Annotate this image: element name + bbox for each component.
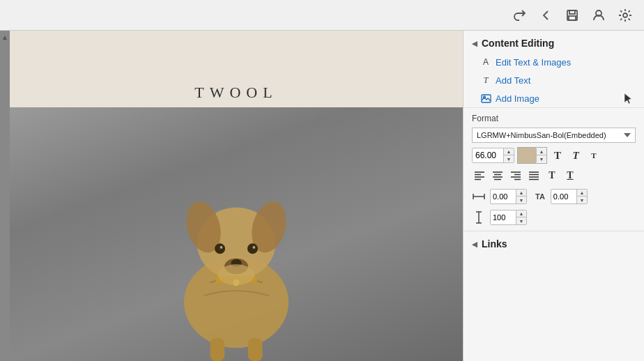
color-down-btn[interactable]: ▼	[537, 155, 546, 162]
back-icon[interactable]	[538, 8, 553, 23]
dog-image	[139, 152, 334, 361]
edit-text-icon: A	[480, 56, 491, 68]
text-style-btn-1[interactable]: T	[544, 168, 560, 183]
user-icon[interactable]	[591, 8, 606, 23]
edit-text-images-item[interactable]: A Edit Text & Images	[463, 53, 644, 71]
links-section: ◀ Links	[463, 231, 644, 256]
main-area: ▲ TWOOL odelling one of the eads and col…	[0, 31, 644, 361]
bold-button[interactable]: T	[550, 148, 565, 163]
line-spacing-row: ▲ ▼	[472, 210, 636, 225]
svg-point-13	[220, 246, 223, 249]
char-spacing-input-wrap: ▲ ▼	[490, 189, 527, 204]
alignment-row: T T	[472, 168, 636, 183]
scroll-up-arrow[interactable]: ▲	[1, 33, 8, 41]
add-text-item[interactable]: T Add Text	[463, 71, 644, 89]
text-style-btn-2[interactable]: T	[562, 168, 578, 183]
font-size-down-btn[interactable]: ▼	[504, 155, 514, 162]
links-label: Links	[482, 238, 507, 249]
right-panel: ◀ Content Editing A Edit Text & Images T…	[463, 31, 644, 361]
char-spacing-spin: ▲ ▼	[516, 190, 526, 203]
svg-rect-2	[569, 16, 576, 20]
svg-rect-1	[569, 10, 575, 14]
font-size-up-btn[interactable]: ▲	[504, 148, 514, 155]
char-spacing-icon	[472, 190, 486, 203]
content-editing-label: Content Editing	[482, 38, 554, 49]
edit-text-images-label: Edit Text & Images	[496, 57, 571, 68]
color-spin: ▲ ▼	[536, 148, 546, 162]
line-spacing-icon	[472, 210, 486, 224]
svg-point-4	[623, 13, 627, 17]
font-dropdown[interactable]: LGRMW+NimbusSan-Bol(Embedded)	[472, 128, 636, 143]
dog-background	[10, 107, 463, 361]
settings-icon[interactable]	[618, 8, 633, 23]
color-up-btn[interactable]: ▲	[537, 148, 546, 155]
superscript-button[interactable]: T	[586, 148, 601, 163]
svg-rect-15	[210, 338, 225, 361]
line-height-input[interactable]	[491, 211, 516, 224]
line-height-up[interactable]: ▲	[516, 210, 526, 217]
italic-button[interactable]: T	[568, 148, 583, 163]
document-area: ▲ TWOOL odelling one of the eads and col…	[0, 31, 463, 361]
word-spacing-up[interactable]: ▲	[577, 190, 587, 197]
add-text-icon: T	[480, 75, 491, 86]
char-spacing-input[interactable]	[491, 190, 516, 203]
content-editing-collapse-arrow[interactable]: ◀	[472, 40, 477, 47]
links-collapse-arrow[interactable]: ◀	[472, 240, 477, 248]
format-label: Format	[472, 114, 636, 123]
links-header[interactable]: ◀ Links	[472, 238, 636, 249]
add-image-label: Add Image	[496, 93, 539, 104]
pdf-page: TWOOL odelling one of the eads and colla…	[10, 31, 463, 361]
page-top-section: TWOOL	[10, 31, 463, 107]
save-icon[interactable]	[565, 8, 580, 23]
font-size-spin: ▲ ▼	[503, 148, 514, 162]
word-spacing-input[interactable]	[551, 190, 576, 203]
font-size-input-wrap: ▲ ▼	[472, 148, 514, 163]
content-editing-header[interactable]: ◀ Content Editing	[463, 31, 644, 53]
add-text-label: Add Text	[496, 75, 530, 86]
font-size-input[interactable]	[473, 148, 503, 162]
brand-name: TWOOL	[194, 84, 277, 102]
line-height-spin: ▲ ▼	[516, 210, 526, 224]
format-size-row: ▲ ▼ ▲ ▼ T T T	[472, 147, 636, 164]
align-justify-button[interactable]	[526, 168, 542, 183]
cursor-pointer-icon	[623, 92, 633, 105]
align-center-button[interactable]	[490, 168, 505, 183]
word-spacing-down[interactable]: ▼	[577, 197, 587, 203]
align-left-button[interactable]	[472, 168, 487, 183]
color-swatch[interactable]	[518, 148, 536, 163]
svg-point-12	[247, 243, 258, 254]
char-spacing-down[interactable]: ▼	[516, 197, 526, 203]
svg-point-11	[215, 243, 225, 254]
line-height-input-wrap: ▲ ▼	[490, 210, 527, 225]
scroll-bar[interactable]: ▲	[0, 31, 10, 361]
svg-rect-16	[248, 338, 263, 361]
format-section: Format LGRMW+NimbusSan-Bol(Embedded) ▲ ▼	[463, 107, 644, 231]
char-spacing-up[interactable]: ▲	[516, 190, 526, 197]
color-control: ▲ ▼	[517, 147, 547, 164]
dog-image-area	[10, 107, 463, 361]
align-right-button[interactable]	[508, 168, 523, 183]
char-spacing-row: ▲ ▼ TA ▲ ▼	[472, 189, 636, 204]
word-spacing-spin: ▲ ▼	[576, 190, 587, 203]
add-image-item[interactable]: Add Image	[463, 89, 644, 107]
page-container: TWOOL odelling one of the eads and colla…	[10, 31, 463, 361]
word-spacing-input-wrap: ▲ ▼	[551, 189, 588, 204]
share-icon[interactable]	[512, 8, 527, 23]
svg-point-14	[252, 246, 255, 249]
word-spacing-ta-icon: TA	[535, 192, 545, 201]
top-toolbar	[0, 0, 644, 31]
line-height-down[interactable]: ▼	[516, 217, 526, 224]
svg-point-19	[218, 264, 255, 285]
add-image-icon	[480, 93, 491, 104]
